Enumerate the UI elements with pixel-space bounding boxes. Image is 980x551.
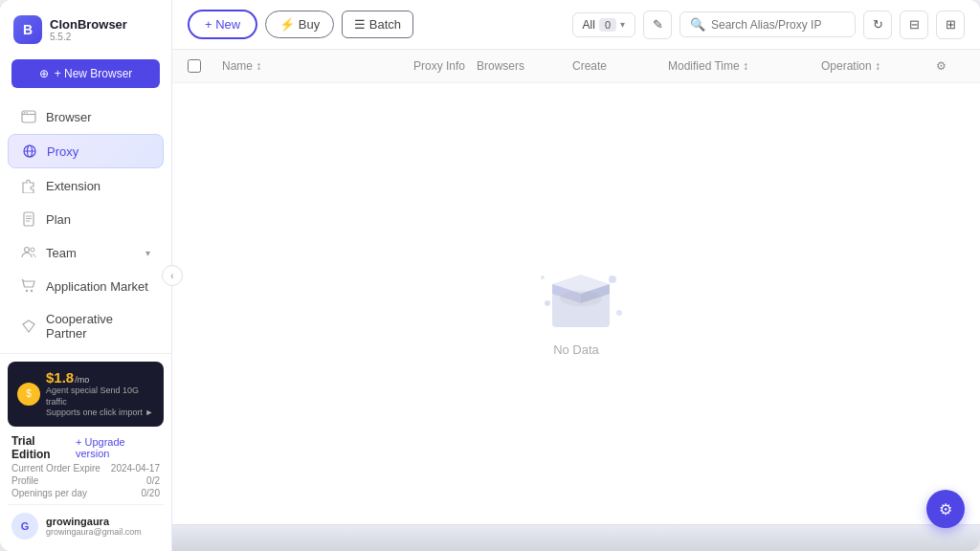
puzzle-icon bbox=[21, 178, 36, 193]
chevron-down-icon: ▾ bbox=[620, 19, 625, 30]
col-create: Create bbox=[572, 59, 668, 73]
data-table: Name ↕ Proxy Info Browsers Create Modifi… bbox=[172, 50, 980, 524]
bookmark-button[interactable]: ⊞ bbox=[936, 11, 965, 39]
svg-point-27 bbox=[541, 276, 545, 279]
empty-box-illustration bbox=[528, 251, 634, 337]
refresh-button[interactable]: ↻ bbox=[863, 11, 892, 39]
sidebar-item-application-market[interactable]: Application Market bbox=[8, 270, 164, 302]
batch-button[interactable]: ☰ Batch bbox=[342, 11, 413, 38]
avatar: G bbox=[11, 513, 38, 540]
user-info: growingaura growingaura@gmail.com bbox=[46, 516, 142, 537]
svg-point-14 bbox=[31, 290, 33, 292]
refresh-icon: ↻ bbox=[873, 17, 883, 32]
filter-icon: ⊟ bbox=[909, 17, 920, 32]
user-name: growingaura bbox=[46, 516, 142, 527]
sidebar-item-label: Browser bbox=[46, 110, 92, 124]
promo-content: $1.8 /mo Agent special Send 10G traffic … bbox=[46, 369, 154, 419]
globe-icon bbox=[22, 143, 37, 159]
expire-value: 2024-04-17 bbox=[111, 463, 160, 474]
sidebar-collapse-button[interactable]: ‹ bbox=[162, 265, 183, 286]
svg-point-2 bbox=[24, 112, 26, 114]
col-proxy-info: Proxy Info bbox=[413, 59, 477, 73]
upgrade-link[interactable]: + Upgrade version bbox=[76, 436, 160, 459]
sidebar-item-label: Team bbox=[46, 246, 77, 260]
new-button[interactable]: + New bbox=[188, 10, 257, 39]
svg-point-26 bbox=[616, 310, 622, 316]
col-checkbox bbox=[188, 59, 222, 73]
col-settings[interactable]: ⚙ bbox=[936, 59, 965, 73]
svg-point-11 bbox=[25, 248, 30, 253]
col-name[interactable]: Name ↕ bbox=[222, 59, 413, 73]
sidebar-item-label: Proxy bbox=[47, 144, 78, 159]
openings-label: Openings per day bbox=[11, 488, 87, 498]
promo-line2: Supports one click import ► bbox=[46, 408, 154, 419]
user-email: growingaura@gmail.com bbox=[46, 527, 142, 537]
new-button-label: + New bbox=[205, 17, 240, 32]
sidebar-item-extension[interactable]: Extension bbox=[8, 169, 164, 202]
shop-icon bbox=[21, 278, 36, 294]
empty-icon bbox=[528, 251, 624, 327]
new-browser-label: + New Browser bbox=[55, 67, 133, 80]
bookmark-icon: ⊞ bbox=[946, 17, 956, 32]
profile-label: Profile bbox=[11, 475, 38, 486]
main-content: + New ⚡ Buy ☰ Batch All 0 ▾ ✎ 🔍 bbox=[172, 0, 980, 551]
sidebar-item-plan[interactable]: Plan bbox=[8, 203, 164, 235]
sidebar-item-label: Plan bbox=[46, 212, 71, 227]
sidebar-bottom: $ $1.8 /mo Agent special Send 10G traffi… bbox=[0, 353, 171, 551]
promo-line1: Agent special Send 10G traffic bbox=[46, 386, 154, 408]
edit-icon: ✎ bbox=[653, 17, 663, 32]
app-version: 5.5.2 bbox=[50, 32, 127, 42]
promo-logo: $ bbox=[17, 383, 40, 406]
filter-count: 0 bbox=[599, 18, 616, 32]
table-header: Name ↕ Proxy Info Browsers Create Modifi… bbox=[172, 50, 980, 83]
search-icon: 🔍 bbox=[690, 17, 705, 32]
chevron-down-icon: ▾ bbox=[145, 248, 150, 258]
sidebar: B ClonBrowser 5.5.2 ⊕ + New Browser bbox=[0, 0, 172, 551]
fab-button[interactable]: ⚙ bbox=[926, 490, 965, 528]
batch-button-label: ☰ Batch bbox=[354, 17, 401, 32]
promo-price: $1.8 bbox=[46, 369, 74, 386]
edit-button[interactable]: ✎ bbox=[643, 11, 672, 39]
svg-line-15 bbox=[22, 279, 24, 281]
promo-banner[interactable]: $ $1.8 /mo Agent special Send 10G traffi… bbox=[8, 362, 164, 427]
logo-area: B ClonBrowser 5.5.2 bbox=[0, 0, 171, 55]
browser-icon bbox=[21, 109, 36, 124]
sidebar-item-browser[interactable]: Browser bbox=[8, 100, 164, 133]
svg-point-12 bbox=[31, 248, 34, 252]
empty-text: No Data bbox=[553, 342, 599, 357]
user-row[interactable]: G growingaura growingaura@gmail.com bbox=[8, 504, 164, 543]
expire-label: Current Order Expire bbox=[11, 463, 100, 474]
select-all-checkbox[interactable] bbox=[188, 59, 201, 73]
promo-unit: /mo bbox=[75, 375, 89, 385]
openings-value: 0/20 bbox=[142, 488, 160, 498]
sidebar-item-cooperative-partner[interactable]: Cooperative Partner bbox=[8, 303, 164, 349]
sidebar-item-label: Application Market bbox=[46, 279, 148, 294]
svg-point-29 bbox=[560, 291, 602, 306]
col-browsers: Browsers bbox=[477, 59, 572, 73]
sidebar-item-label: Cooperative Partner bbox=[46, 312, 150, 341]
logo-icon: B bbox=[13, 15, 42, 44]
diamond-icon bbox=[21, 319, 36, 334]
sidebar-item-label: Extension bbox=[46, 179, 100, 193]
svg-marker-16 bbox=[23, 320, 34, 332]
svg-point-25 bbox=[609, 276, 616, 283]
svg-point-13 bbox=[26, 290, 28, 292]
search-box: 🔍 bbox=[679, 11, 856, 37]
filter-button[interactable]: ⊟ bbox=[900, 11, 928, 39]
sidebar-item-team[interactable]: Team ▾ bbox=[8, 236, 164, 269]
col-modified-time[interactable]: Modified Time ↕ bbox=[668, 59, 821, 73]
app-name: ClonBrowser bbox=[50, 17, 127, 32]
search-input[interactable] bbox=[711, 18, 845, 32]
filter-dropdown[interactable]: All 0 ▾ bbox=[572, 12, 635, 37]
sidebar-item-proxy[interactable]: Proxy bbox=[8, 134, 164, 168]
new-browser-button[interactable]: ⊕ + New Browser bbox=[11, 59, 160, 88]
sidebar-item-group-controls[interactable]: Group Controls ▾ bbox=[8, 350, 164, 353]
team-icon bbox=[21, 245, 36, 260]
filter-label: All bbox=[583, 18, 595, 32]
profile-value: 0/2 bbox=[146, 475, 160, 486]
empty-state: No Data bbox=[172, 83, 980, 524]
new-browser-plus: ⊕ bbox=[39, 67, 49, 80]
svg-point-3 bbox=[26, 112, 28, 114]
col-operation[interactable]: Operation ↕ bbox=[821, 59, 936, 73]
buy-button[interactable]: ⚡ Buy bbox=[265, 11, 334, 38]
